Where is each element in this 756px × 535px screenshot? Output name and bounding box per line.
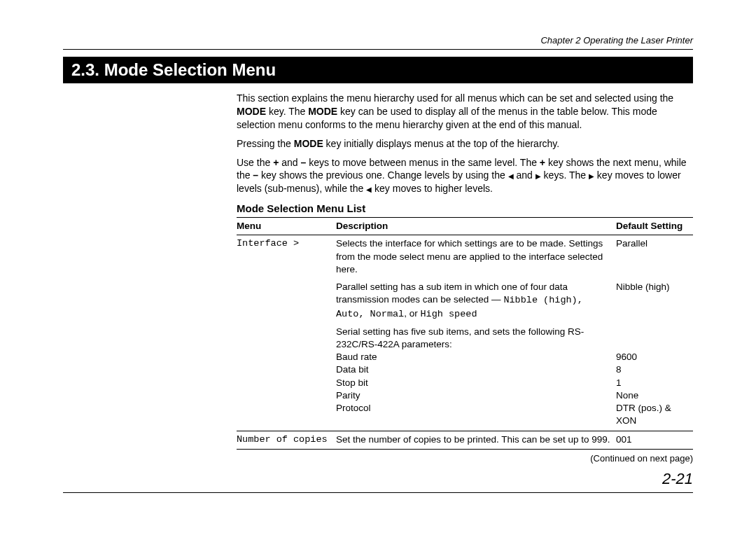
section-title: Mode Selection Menu	[104, 60, 276, 79]
cell-label: Parity	[336, 389, 616, 402]
cell-label: Stop bit	[336, 377, 616, 389]
table-row: Serial setting has five sub items, and s…	[237, 324, 693, 351]
th-description: Description	[336, 220, 616, 232]
table-row: Parallel setting has a sub item in which…	[237, 279, 693, 324]
table-header-row: Menu Description Default Setting	[237, 217, 693, 235]
cell-desc: Set the number of copies to be printed. …	[336, 433, 616, 446]
table-row: Number of copies Set the number of copie…	[237, 431, 693, 450]
page-number: 2-21	[63, 470, 693, 488]
minus-key: –	[253, 169, 258, 181]
section-heading: 2.3. Mode Selection Menu	[63, 57, 693, 83]
mode-key-label: MODE	[308, 106, 337, 117]
intro-paragraph-3: Use the + and – keys to move between men…	[237, 156, 693, 196]
table-row: Stop bit 1	[237, 377, 693, 389]
table-row: Data bit 8	[237, 363, 693, 376]
cell-default: Parallel	[616, 237, 693, 276]
cell-label: Baud rate	[336, 351, 616, 363]
table-row: Baud rate 9600	[237, 351, 693, 363]
plus-key: +	[540, 157, 545, 168]
cell-default: 001	[616, 433, 693, 446]
cell-default: 1	[616, 377, 693, 389]
menu-table: Menu Description Default Setting Interfa…	[237, 217, 693, 464]
th-default: Default Setting	[616, 220, 693, 232]
table-row: Parity None	[237, 389, 693, 402]
th-menu: Menu	[237, 220, 336, 232]
continued-note: (Continued on next page)	[237, 452, 693, 465]
footer-rule	[63, 492, 693, 493]
cell-default: 8	[616, 363, 693, 376]
mode-key-label: MODE	[294, 138, 323, 149]
table-subheading: Mode Selection Menu List	[237, 202, 365, 214]
header-rule	[63, 48, 693, 50]
cell-default: None	[616, 389, 693, 402]
cell-default: 9600	[616, 351, 693, 363]
intro-paragraph-2: Pressing the MODE key initially displays…	[237, 137, 693, 151]
left-arrow-icon: ◀	[366, 186, 372, 193]
cell-desc: Parallel setting has a sub item in which…	[336, 281, 616, 321]
mode-key-label: MODE	[237, 106, 266, 117]
right-arrow-icon: ▶	[589, 173, 594, 180]
cell-desc: Selects the interface for which settings…	[336, 237, 616, 276]
right-arrow-icon: ▶	[536, 173, 541, 180]
cell-default: DTR (pos.) & XON	[616, 402, 693, 427]
chapter-header: Chapter 2 Operating the Laser Printer	[63, 35, 693, 46]
cell-menu: Number of copies	[237, 433, 336, 446]
table-row: Interface > Selects the interface for wh…	[237, 235, 693, 279]
cell-label: Data bit	[336, 363, 616, 376]
table-row: Protocol DTR (pos.) & XON	[237, 402, 693, 430]
cell-desc: Serial setting has five sub items, and s…	[336, 326, 616, 351]
cell-default: Nibble (high)	[616, 281, 693, 321]
cell-menu: Interface >	[237, 237, 336, 276]
intro-text: This section explains the menu hierarchy…	[237, 92, 693, 195]
left-arrow-icon: ◀	[508, 173, 514, 180]
section-number: 2.3.	[71, 60, 99, 79]
document-page: Chapter 2 Operating the Laser Printer 2.…	[0, 0, 756, 507]
cell-label: Protocol	[336, 402, 616, 427]
intro-paragraph-1: This section explains the menu hierarchy…	[237, 92, 693, 132]
